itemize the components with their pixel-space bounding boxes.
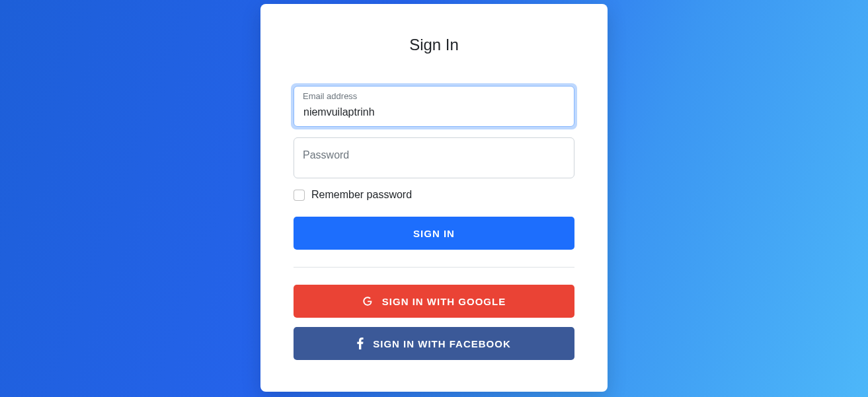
divider — [294, 267, 574, 268]
page-title: Sign In — [294, 36, 574, 54]
social-buttons-wrapper: Sign in with Google Sign in with Faceboo… — [294, 285, 574, 360]
signin-card: Sign In Email address Password Remember … — [260, 4, 608, 392]
email-field[interactable] — [294, 86, 574, 127]
signin-button[interactable]: Sign in — [294, 217, 574, 250]
password-field-wrapper: Password — [294, 137, 574, 178]
password-field[interactable] — [294, 137, 574, 178]
email-field-wrapper: Email address — [294, 86, 574, 127]
google-icon — [362, 296, 373, 307]
facebook-signin-button[interactable]: Sign in with Facebook — [294, 327, 574, 360]
remember-label[interactable]: Remember password — [311, 189, 412, 201]
remember-checkbox[interactable] — [294, 190, 305, 201]
facebook-button-label: Sign in with Facebook — [373, 338, 511, 349]
facebook-icon — [357, 338, 364, 349]
remember-checkbox-wrapper: Remember password — [294, 189, 574, 201]
signin-form: Email address Password Remember password… — [294, 86, 574, 360]
google-signin-button[interactable]: Sign in with Google — [294, 285, 574, 318]
signin-button-wrapper: Sign in — [294, 217, 574, 250]
google-button-label: Sign in with Google — [382, 296, 506, 307]
